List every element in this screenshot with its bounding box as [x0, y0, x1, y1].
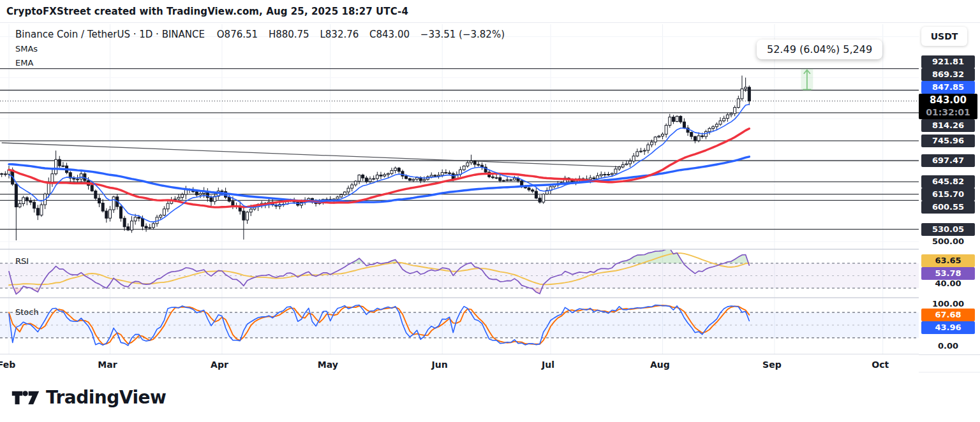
ema-line [9, 105, 749, 222]
level-lines [0, 69, 919, 229]
axis-label: 500.00 [921, 235, 975, 248]
price-level-badge: 814.26 [921, 119, 975, 132]
ohlc-high: H880.75 [269, 29, 309, 40]
descending-trendline [2, 143, 623, 167]
measure-tooltip: 52.49 (6.04%) 5,249 [757, 40, 882, 59]
price-level-badge: 921.81 [921, 55, 975, 68]
ohlc-open: O876.51 [217, 29, 258, 40]
price-level-badge: 530.05 [921, 223, 975, 236]
grid-layer [0, 24, 919, 354]
month-label: Aug [650, 360, 670, 370]
footer: TradingView [0, 373, 980, 422]
month-label: Apr [211, 360, 228, 370]
last-price-badge: 843.0001:32:01 [919, 94, 977, 119]
price-level-badge: 869.32 [921, 68, 975, 81]
month-label: Sep [762, 360, 782, 370]
ohlc-low: L832.76 [320, 29, 359, 40]
month-label: Mar [98, 360, 117, 370]
price-level-badge: 615.70 [921, 188, 975, 201]
currency-toggle-button[interactable]: USDT [921, 27, 967, 46]
attribution-text: CryptoFXStreet created with TradingView.… [6, 6, 408, 17]
stoch-pane-label[interactable]: Stoch [15, 307, 39, 317]
time-axis[interactable]: FebMarAprMayJunJulAugSepOct [0, 354, 919, 373]
tradingview-wordmark: TradingView [46, 387, 166, 408]
symbol-title[interactable]: Binance Coin / TetherUS · 1D · BINANCE [15, 29, 205, 40]
month-label: May [318, 360, 338, 370]
tradingview-logo[interactable]: TradingView [11, 387, 166, 409]
tradingview-mark-icon [11, 387, 40, 409]
attribution-bar: CryptoFXStreet created with TradingView.… [0, 0, 980, 23]
study-smas[interactable]: SMAs [15, 44, 38, 54]
ohlc-close: C843.00 [369, 29, 410, 40]
rsi-ma-badge: 63.65 [921, 254, 975, 267]
axis-label: 0.00 [921, 340, 975, 353]
stoch-k-badge: 43.96 [921, 321, 975, 334]
price-level-badge: 745.96 [921, 135, 975, 147]
chart-widget: Binance Coin / TetherUS · 1D · BINANCE O… [0, 23, 980, 373]
month-label: Jun [432, 360, 448, 370]
month-label: Oct [872, 360, 889, 370]
bar-countdown: 01:32:01 [919, 107, 977, 118]
measure-arrow[interactable] [801, 69, 813, 91]
month-label: Feb [0, 360, 15, 370]
ohlc-change: −33.51 (−3.82%) [420, 29, 505, 40]
ema-value-badge: 847.85 [921, 81, 975, 94]
rsi-pane-label[interactable]: RSI [15, 256, 29, 266]
axis-label: 40.00 [921, 277, 975, 290]
price-level-badge: 600.55 [921, 201, 975, 214]
price-level-badge: 697.47 [921, 154, 975, 167]
price-level-badge: 645.82 [921, 175, 975, 188]
stoch-d-badge: 67.68 [921, 309, 975, 321]
chart-canvas[interactable] [0, 23, 980, 373]
study-ema[interactable]: EMA [15, 58, 33, 68]
candles-layer [1, 76, 751, 241]
price-scale[interactable]: 843.0001:32:01921.81869.32814.26745.9669… [919, 23, 980, 354]
tradingview-screenshot: CryptoFXStreet created with TradingView.… [0, 0, 980, 422]
chart-legend: Binance Coin / TetherUS · 1D · BINANCE O… [15, 29, 512, 40]
month-label: Jul [542, 360, 554, 370]
